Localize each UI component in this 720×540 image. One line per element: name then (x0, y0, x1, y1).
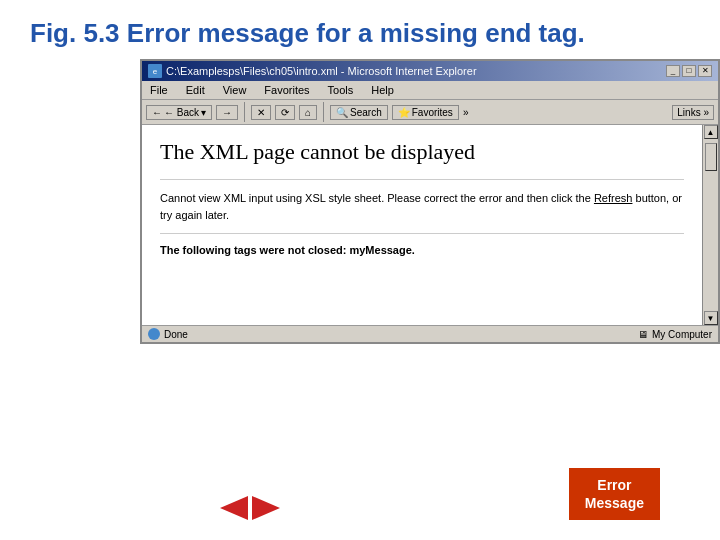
toolbar-separator-2 (323, 102, 324, 122)
error-body-text: Cannot view XML input using XSL style sh… (160, 192, 591, 204)
browser-window: e C:\Examplesps\Files\ch05\intro.xml - M… (140, 59, 720, 344)
status-icon (148, 328, 160, 340)
scrollbar-up-button[interactable]: ▲ (704, 125, 718, 139)
status-left: Done (148, 328, 188, 340)
menu-help[interactable]: Help (367, 83, 398, 97)
prev-arrow-button[interactable] (220, 496, 248, 520)
menu-favorites[interactable]: Favorites (260, 83, 313, 97)
stop-icon: ✕ (257, 107, 265, 118)
title-bar-buttons: _ □ ✕ (666, 65, 712, 77)
links-button[interactable]: Links » (672, 105, 714, 120)
status-computer-text: My Computer (652, 329, 712, 340)
content-wrapper: The XML page cannot be displayed Cannot … (142, 125, 718, 325)
menu-edit[interactable]: Edit (182, 83, 209, 97)
menu-file[interactable]: File (146, 83, 172, 97)
toolbar: ← ← Back ▾ → ✕ ⟳ ⌂ 🔍 Search ⭐ Favorites … (142, 100, 718, 125)
status-text: Done (164, 329, 188, 340)
status-bar: Done 🖥 My Computer (142, 325, 718, 342)
badge-line1: Error (585, 476, 644, 494)
browser-content: The XML page cannot be displayed Cannot … (142, 125, 718, 325)
error-divider (160, 179, 684, 180)
stop-button[interactable]: ✕ (251, 105, 271, 120)
status-right: 🖥 My Computer (638, 329, 712, 340)
scrollbar-thumb[interactable] (705, 143, 717, 171)
search-button[interactable]: 🔍 Search (330, 105, 388, 120)
forward-button[interactable]: → (216, 105, 238, 120)
error-tags: The following tags were not closed: myMe… (160, 244, 684, 256)
back-label: ← Back (164, 107, 199, 118)
back-chevron: ▾ (201, 107, 206, 118)
refresh-icon: ⟳ (281, 107, 289, 118)
error-title: The XML page cannot be displayed (160, 139, 684, 165)
maximize-button[interactable]: □ (682, 65, 696, 77)
ie-icon: e (148, 64, 162, 78)
bottom-area: Error Message (0, 468, 720, 520)
menu-tools[interactable]: Tools (324, 83, 358, 97)
favorites-label: Favorites (412, 107, 453, 118)
back-button[interactable]: ← ← Back ▾ (146, 105, 212, 120)
scrollbar-down-button[interactable]: ▼ (704, 311, 718, 325)
title-bar-text: e C:\Examplesps\Files\ch05\intro.xml - M… (148, 64, 477, 78)
menu-bar: File Edit View Favorites Tools Help (142, 81, 718, 100)
close-button[interactable]: ✕ (698, 65, 712, 77)
search-label: Search (350, 107, 382, 118)
scrollbar: ▲ ▼ (702, 125, 718, 325)
title-bar: e C:\Examplesps\Files\ch05\intro.xml - M… (142, 61, 718, 81)
error-message-badge: Error Message (569, 468, 660, 520)
minimize-button[interactable]: _ (666, 65, 680, 77)
nav-arrows (220, 496, 280, 520)
error-divider-2 (160, 233, 684, 234)
menu-view[interactable]: View (219, 83, 251, 97)
refresh-link[interactable]: Refresh (594, 192, 633, 204)
search-icon: 🔍 (336, 107, 348, 118)
forward-icon: → (222, 107, 232, 118)
more-button[interactable]: » (463, 107, 469, 118)
error-body: Cannot view XML input using XSL style sh… (160, 190, 684, 223)
monitor-icon: 🖥 (638, 329, 648, 340)
next-arrow-button[interactable] (252, 496, 280, 520)
favorites-icon: ⭐ (398, 107, 410, 118)
home-icon: ⌂ (305, 107, 311, 118)
toolbar-separator-1 (244, 102, 245, 122)
title-bar-label: C:\Examplesps\Files\ch05\intro.xml - Mic… (166, 65, 477, 77)
home-button[interactable]: ⌂ (299, 105, 317, 120)
slide-title: Fig. 5.3 Error message for a missing end… (0, 0, 720, 59)
refresh-button[interactable]: ⟳ (275, 105, 295, 120)
badge-line2: Message (585, 494, 644, 512)
back-icon: ← (152, 107, 162, 118)
favorites-button[interactable]: ⭐ Favorites (392, 105, 459, 120)
